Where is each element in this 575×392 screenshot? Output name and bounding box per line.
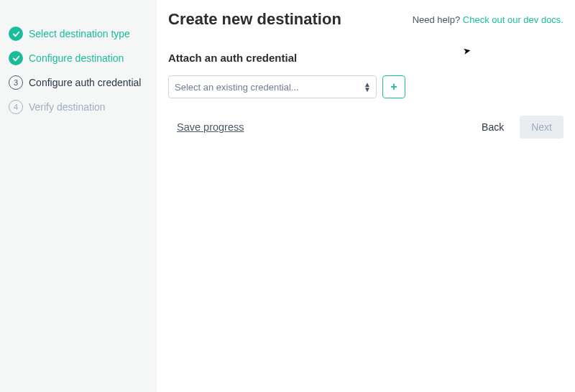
step-number-icon: 3 [9, 75, 23, 90]
step-verify-destination[interactable]: 4 Verify destination [9, 95, 150, 119]
step-label: Configure auth credential [29, 77, 141, 88]
check-icon [9, 27, 23, 41]
step-select-destination-type[interactable]: Select destination type [9, 22, 150, 46]
help-prefix: Need help? [413, 14, 463, 25]
dev-docs-link[interactable]: Check out our dev docs. [463, 14, 564, 25]
wizard-steps-sidebar: Select destination type Configure destin… [0, 0, 157, 392]
step-label: Select destination type [29, 28, 130, 39]
step-configure-destination[interactable]: Configure destination [9, 46, 150, 70]
page-title: Create new destination [168, 10, 341, 29]
back-button[interactable]: Back [472, 116, 514, 139]
section-title: Attach an auth credential [168, 52, 564, 64]
add-credential-button[interactable]: + [382, 75, 405, 98]
credential-select-box[interactable]: Select an existing credential... [168, 75, 377, 98]
step-configure-auth-credential[interactable]: 3 Configure auth credential [9, 70, 150, 95]
step-label: Verify destination [29, 101, 106, 113]
help-text: Need help? Check out our dev docs. [413, 14, 564, 25]
save-progress-link[interactable]: Save progress [168, 121, 244, 133]
step-label: Configure destination [29, 52, 124, 64]
step-number-icon: 4 [9, 100, 23, 114]
credential-select-placeholder: Select an existing credential... [175, 82, 299, 93]
main-panel: ➤ Create new destination Need help? Chec… [157, 0, 575, 392]
next-button[interactable]: Next [520, 116, 564, 139]
check-icon [9, 51, 23, 65]
credential-select[interactable]: Select an existing credential... ▲▼ [168, 75, 377, 98]
